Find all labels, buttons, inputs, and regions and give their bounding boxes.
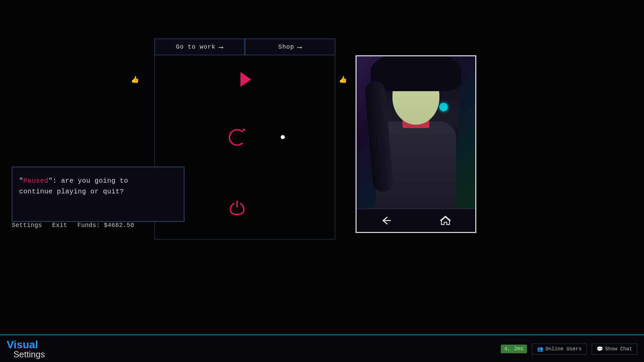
character-body — [366, 56, 466, 208]
char-hair-front — [371, 56, 461, 91]
online-users-button[interactable]: 👥 Online Users — [532, 344, 587, 355]
game-area: 👍 👍 Go to work ⟶ Shop ⟶ — [0, 0, 644, 362]
show-chat-label: Show Chat — [605, 346, 632, 352]
online-users-label: Online Users — [545, 346, 582, 352]
nav-buttons: Go to work ⟶ Shop ⟶ — [154, 39, 335, 55]
dialog-text: "Paused": are you going tocontinue playi… — [19, 176, 177, 197]
refresh-icon[interactable] — [229, 129, 246, 146]
bottom-toolbar: Visual Settings 4, 2ms 👥 Online Users 💬 … — [0, 335, 644, 362]
dialog-keyword: Paused — [23, 177, 49, 185]
dialog-quote-open: " — [19, 177, 23, 185]
settings-button[interactable]: Settings — [12, 222, 42, 229]
ping-badge: 4, 2ms — [501, 345, 527, 353]
portrait-back-button[interactable] — [378, 213, 395, 228]
show-chat-button[interactable]: 💬 Show Chat — [592, 344, 637, 355]
funds-display: Funds: $4682.50 — [77, 222, 135, 229]
dot-indicator — [281, 135, 285, 139]
dialog-box: "Paused": are you going tocontinue playi… — [12, 167, 184, 222]
go-to-work-label: Go to work — [176, 44, 215, 50]
shop-label: Shop — [278, 44, 294, 50]
app-title-visual: Visual — [7, 339, 45, 350]
shop-button[interactable]: Shop ⟶ — [245, 39, 335, 55]
users-icon: 👥 — [537, 346, 543, 352]
bottom-right: 4, 2ms 👥 Online Users 💬 Show Chat — [501, 344, 637, 355]
play-icon[interactable] — [240, 72, 251, 87]
app-title-settings: Settings — [13, 350, 45, 359]
chat-icon: 💬 — [597, 346, 603, 352]
power-icon[interactable] — [229, 199, 246, 216]
funds-value: $4682.50 — [104, 222, 134, 229]
app-title: Visual Settings — [7, 339, 45, 359]
character-panel — [356, 55, 476, 233]
portrait-controls — [357, 208, 475, 232]
exit-button[interactable]: Exit — [52, 222, 67, 229]
portrait-home-button[interactable] — [437, 213, 454, 228]
left-thumb-icon: 👍 — [131, 75, 139, 84]
shop-arrow: ⟶ — [298, 43, 302, 51]
char-earring — [439, 103, 448, 111]
game-status-bar: Settings Exit Funds: $4682.50 — [12, 222, 184, 229]
funds-label: Funds: — [77, 222, 100, 229]
go-to-work-button[interactable]: Go to work ⟶ — [154, 39, 245, 55]
go-to-work-arrow: ⟶ — [219, 43, 223, 51]
right-thumb-icon: 👍 — [339, 75, 347, 84]
character-portrait — [357, 56, 475, 208]
